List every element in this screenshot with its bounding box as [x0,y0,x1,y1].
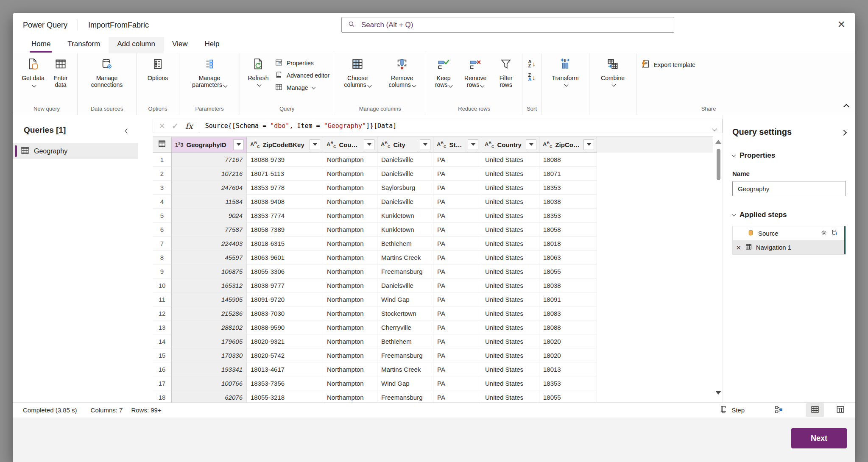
cell: 18038 [539,195,597,209]
diagram-view-button[interactable] [770,404,787,417]
tab-home[interactable]: Home [23,37,59,53]
queries-panel-title: Queries [1] [24,125,66,135]
column-header-GeographyID[interactable]: 123GeographyID [172,137,247,153]
export-template-button[interactable]: Export template [641,59,695,70]
step-navigation-1[interactable]: × Navigation 1 [733,240,846,254]
transform-button[interactable]: Transform [546,56,585,86]
manage-parameters-button[interactable]: Manage parameters [184,56,235,88]
advanced-editor-button[interactable]: Advanced editor [275,71,329,80]
filter-dropdown-icon [423,143,427,146]
collapse-ribbon-button[interactable] [844,103,848,111]
cell: 215286 [172,306,247,320]
column-filter-button[interactable] [233,139,244,150]
column-filter-button[interactable] [468,139,478,150]
parameters-icon [203,58,216,72]
schema-view-button[interactable] [832,403,849,417]
combine-button[interactable]: Combine [594,56,632,86]
remove-columns-icon [396,58,408,72]
tab-view[interactable]: View [164,37,196,53]
scroll-icon [719,405,728,415]
chevron-down-icon [611,83,616,87]
get-data-button[interactable]: Get data [20,56,46,88]
collapse-settings-button[interactable] [842,127,846,137]
cancel-formula-icon[interactable]: × [159,122,165,130]
ribbon-group-combine: Combine [589,53,636,115]
table-corner-button[interactable] [153,137,172,153]
cell: Northampton [323,278,377,292]
document-title: ImportFromFabric [88,21,149,30]
refresh-button[interactable]: Refresh [244,56,272,86]
cell: 18088-9590 [247,320,323,334]
column-header-City[interactable]: ABCCity [377,137,433,153]
choose-columns-button[interactable]: Choose columns [338,56,377,88]
dialog-footer: Next [13,417,855,462]
vertical-scrollbar[interactable] [714,136,723,401]
keep-rows-button[interactable]: Keep rows [430,56,457,88]
enter-data-button[interactable]: Enter data [48,56,73,88]
cell: 18018 [539,237,597,250]
cell: 18063-9601 [247,250,323,264]
scrollbar-thumb[interactable] [717,149,720,180]
remove-rows-button[interactable]: Remove rows [461,56,490,88]
database-gear-icon [100,58,113,72]
search-input[interactable] [360,20,668,30]
column-filter-button[interactable] [364,139,374,150]
column-header-State[interactable]: ABCState [433,137,481,153]
close-icon[interactable]: × [834,17,848,31]
table-row: 324760418353-9778NorthamptonSaylorsburgP… [153,181,713,195]
main-area: × ✓ fx Source{[Schema = "dbo", Item = "G… [153,115,723,402]
cell: 106875 [172,264,247,278]
cell: Wind Gap [377,376,433,390]
data-view-button[interactable] [806,403,824,417]
search-box[interactable] [341,17,674,33]
delete-step-icon[interactable]: × [736,244,741,251]
scroll-up-icon[interactable] [715,140,721,144]
tab-help[interactable]: Help [196,37,228,53]
cell: Northampton [323,223,377,237]
step-view-button[interactable]: Step [715,404,749,417]
step-name: Source [758,230,779,237]
query-list-item-geography[interactable]: Geography [13,143,138,159]
column-filter-button[interactable] [310,139,320,150]
data-source-permissions-icon[interactable] [831,229,839,238]
collapse-panel-button[interactable] [126,125,129,135]
cell: Northampton [323,250,377,264]
sort-descending-button[interactable]: ZA ↓ [528,71,535,83]
column-name: County [339,141,361,148]
step-source[interactable]: Source [733,226,846,240]
column-filter-button[interactable] [583,139,594,150]
filter-rows-button[interactable]: Filter rows [494,56,518,88]
cell: 18038 [539,278,597,292]
cell: PA [433,362,481,376]
cell: PA [433,376,481,390]
step-settings-gear-icon[interactable] [820,229,828,238]
table-row: 5902418353-7774NorthamptonKunkletownPAUn… [153,209,713,223]
manage-query-button[interactable]: Manage [275,83,329,92]
column-filter-button[interactable] [526,139,536,150]
tab-add-column[interactable]: Add column [109,37,164,53]
column-header-County[interactable]: ABCCounty [323,137,377,153]
cell: 18083 [539,306,597,320]
table-row: 1114590518091-9720NorthamptonWind GapPAU… [153,292,713,306]
cell: PA [433,237,481,250]
manage-connections-button[interactable]: Manage connections [82,56,132,88]
tab-transform[interactable]: Transform [59,37,109,53]
sort-ascending-button[interactable]: AZ ↓ [528,58,535,70]
scroll-down-icon[interactable] [715,391,721,395]
column-filter-button[interactable] [420,139,430,150]
commit-formula-icon[interactable]: ✓ [172,121,179,131]
cell: United States [481,209,539,223]
diagram-icon [774,405,783,415]
expand-formula-button[interactable] [713,125,716,132]
formula-input[interactable]: Source{[Schema = "dbo", Item = "Geograph… [199,119,723,133]
column-header-Country[interactable]: ABCCountry [481,137,539,153]
next-button[interactable]: Next [791,428,847,448]
column-header-ZipCode[interactable]: ABCZipCode [539,137,597,153]
properties-button[interactable]: Properties [275,58,329,68]
query-name-input[interactable] [732,181,846,196]
applied-steps-section-header[interactable]: Applied steps [732,211,846,219]
options-button[interactable]: Options [141,56,175,81]
remove-columns-button[interactable]: Remove columns [382,56,421,88]
properties-section-header[interactable]: Properties [732,151,846,160]
column-header-ZipCodeBKey[interactable]: ABCZipCodeBKey [247,137,323,153]
